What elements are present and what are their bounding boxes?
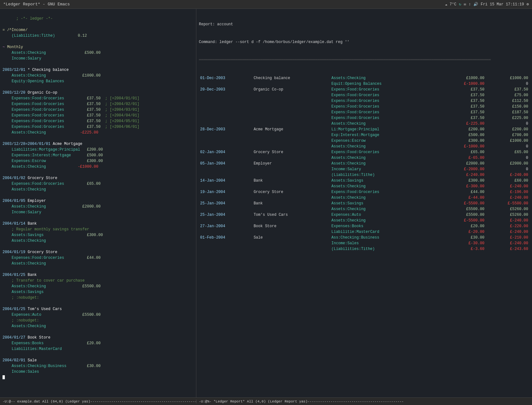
table-row: 01-Feb-2004 Sale Ass:Checking:Business £…	[199, 235, 529, 240]
cell-account: Exp:Interest:Mortgage	[330, 132, 442, 138]
cell-balance: 0	[486, 155, 529, 161]
cell-balance: £200.00	[486, 127, 529, 132]
cell-balance: £-210.00	[486, 235, 529, 240]
cell-desc	[252, 184, 330, 189]
cell-amount: £300.00	[442, 138, 486, 144]
cell-desc: Bank	[252, 201, 330, 206]
cell-balance: £225.00	[486, 115, 529, 121]
cell-amount: £37.50	[442, 115, 486, 121]
cell-date	[199, 229, 252, 235]
cell-account: Assets:Checking	[330, 195, 442, 201]
cell-balance: £-240.00	[486, 229, 529, 235]
right-pane: Report: account Command: ledger --sort d…	[196, 9, 532, 397]
cell-desc: Sale	[252, 235, 330, 240]
cell-date	[199, 184, 252, 189]
cell-amount: £2000.00	[442, 161, 486, 166]
cell-date: 28-Dec-2003	[199, 127, 252, 132]
cell-account: Income:Sales	[330, 240, 442, 246]
cell-account: Expens:Food:Groceries	[330, 149, 442, 155]
cell-balance: 0	[486, 166, 529, 172]
datetime-display: Fri 15 Mar 17:11:19	[481, 2, 524, 7]
table-row: Expens:Food:Groceries £37.50 £150.00	[199, 104, 529, 109]
cell-amount: £5500.00	[442, 206, 486, 212]
cell-date: 01-Dec-2003	[199, 75, 252, 81]
cell-amount: £-225.00	[442, 121, 486, 127]
cell-desc: Grocery Store	[252, 149, 330, 155]
cell-desc: Book Store	[252, 223, 330, 229]
table-row: (Liabilities:Tithe) £-240.00 £-240.00	[199, 172, 529, 178]
cell-balance: £-5500.00	[486, 201, 529, 206]
settings-icon[interactable]: ⚙	[527, 2, 529, 7]
cell-account: Income:Salary	[330, 166, 442, 172]
main-container: ; -*- ledger -*- = /^Income/ (Liabilitie…	[0, 9, 532, 397]
cell-account: Expenses:Auto	[330, 212, 442, 218]
cell-balance: £1000.00	[486, 138, 529, 144]
email-icon[interactable]: ✉	[464, 2, 466, 7]
cell-date	[199, 240, 252, 246]
cell-desc: Organic Co-op	[252, 87, 330, 92]
cell-date	[199, 218, 252, 223]
table-row: 02-Jan-2004 Grocery Store Expens:Food:Gr…	[199, 149, 529, 155]
cell-balance: £-240.00	[486, 172, 529, 178]
cell-account: Ass:Checking:Business	[330, 235, 442, 240]
cell-date: 20-Dec-2003	[199, 87, 252, 92]
cell-account: Liabilitie:MasterCard	[330, 229, 442, 235]
cell-account: Assets:Checking	[330, 121, 442, 127]
cell-account: Li:Mortgage:Principal	[330, 127, 442, 132]
left-editor-content[interactable]: ; -*- ledger -*- = /^Income/ (Liabilitie…	[0, 9, 196, 397]
table-row: Equit:Opening Balances £-1000.00 0	[199, 81, 529, 87]
command-line: Command: ledger --sort d -f /home/borbus…	[199, 39, 529, 45]
cell-account: Expens:Food:Groceries	[330, 104, 442, 109]
cell-date	[199, 109, 252, 115]
cell-account: Expens:Food:Groceries	[330, 98, 442, 104]
table-row: Expens:Food:Groceries £37.50 £187.50	[199, 109, 529, 115]
table-row: 25-Jan-2004 Bank Assets:Savings £-5500.0…	[199, 201, 529, 206]
cell-desc	[252, 172, 330, 178]
cell-amount: £-44.00	[442, 195, 486, 201]
cell-account: Expenses:Books	[330, 223, 442, 229]
cell-amount: £-1000.00	[442, 81, 486, 87]
cell-amount: £30.00	[442, 235, 486, 240]
cell-amount: £-300.00	[442, 184, 486, 189]
cell-desc: Grocery Store	[252, 189, 330, 195]
cell-desc	[252, 115, 330, 121]
network-icon[interactable]: ↕	[469, 2, 471, 7]
cell-date: 19-Jan-2004	[199, 189, 252, 195]
cell-date	[199, 246, 252, 252]
cell-amount: £37.50	[442, 109, 486, 115]
cell-balance: £-240.00	[486, 218, 529, 223]
cell-date	[199, 92, 252, 98]
refresh-icon[interactable]: ↻	[459, 2, 461, 7]
cell-account: Assets:Checking	[330, 184, 442, 189]
cell-desc	[252, 206, 330, 212]
statusbar: -U:@-- example.dat All (64,0) (Ledger ya…	[0, 397, 532, 405]
table-row: Assets:Checking £-44.00 £-240.00	[199, 195, 529, 201]
cell-amount: £500.00	[442, 132, 486, 138]
volume-icon[interactable]: 🔊	[473, 2, 478, 7]
titlebar-right: ☁ 7°C ↻ ✉ ↕ 🔊 Fri 15 Mar 17:11:19 ⚙	[445, 2, 529, 7]
cell-desc: Acme Mortgage	[252, 127, 330, 132]
cell-amount: £37.50	[442, 87, 486, 92]
cell-desc	[252, 132, 330, 138]
titlebar: *Ledger Report* - GNU Emacs ☁ 7°C ↻ ✉ ↕ …	[0, 0, 532, 9]
cell-date	[199, 155, 252, 161]
cell-date	[199, 144, 252, 149]
cell-balance: £187.50	[486, 109, 529, 115]
cell-balance: £65.00	[486, 149, 529, 155]
table-row: 14-Jan-2004 Bank Assets:Savings £300.00 …	[199, 178, 529, 184]
cell-date: 05-Jan-2004	[199, 161, 252, 166]
cell-account: Expens:Food:Groceries	[330, 87, 442, 92]
cell-desc	[252, 144, 330, 149]
table-row: 19-Jan-2004 Grocery Store Expens:Food:Gr…	[199, 189, 529, 195]
table-row: Income:Salary £-2000.00 0	[199, 166, 529, 172]
cell-balance: £-240.00	[486, 184, 529, 189]
cell-date	[199, 132, 252, 138]
statusbar-right: -U:@%- *Ledger Report* All (4,0) (Ledger…	[196, 400, 532, 403]
table-row: Expenses:Escrow £300.00 £1000.00	[199, 138, 529, 144]
cell-balance: £112.50	[486, 98, 529, 104]
table-row: Expens:Food:Groceries £37.50 £112.50	[199, 98, 529, 104]
cell-desc: Checking balance	[252, 75, 330, 81]
cell-balance: £60.00	[486, 178, 529, 184]
cell-desc: Employer	[252, 161, 330, 166]
cell-desc	[252, 138, 330, 144]
